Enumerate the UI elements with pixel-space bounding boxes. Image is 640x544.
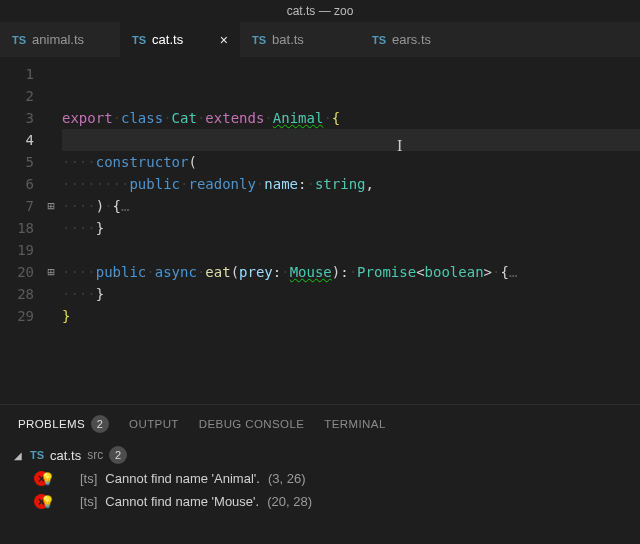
problem-message: Cannot find name 'Mouse'. [105,494,259,509]
problem-message: Cannot find name 'Animal'. [105,471,260,486]
panel-tab-problems[interactable]: PROBLEMS 2 [18,415,109,433]
line-number: 5 [0,151,40,173]
tab-label: cat.ts [152,32,183,47]
panel-tab-terminal[interactable]: TERMINAL [324,415,385,433]
tab-label: bat.ts [272,32,304,47]
ts-icon: TS [12,34,26,46]
problem-item[interactable]: 💡 [ts] Cannot find name 'Mouse'. (20, 28… [10,490,630,513]
lightbulb-icon: 💡 [40,495,55,509]
problem-location: (3, 26) [268,471,306,486]
bottom-panel: PROBLEMS 2 OUTPUT DEBUG CONSOLE TERMINAL… [0,404,640,544]
line-number: 29 [0,305,40,327]
problem-location: (20, 28) [267,494,312,509]
line-number: 2 [0,85,40,107]
tab-bar: TS animal.ts TS cat.ts × TS bat.ts TS ea… [0,22,640,57]
text-cursor-icon: I [397,135,402,157]
ts-icon: TS [372,34,386,46]
ts-icon: TS [252,34,266,46]
tab-cat[interactable]: TS cat.ts × [120,22,240,57]
ts-icon: TS [132,34,146,46]
line-number: 18 [0,217,40,239]
fold-icon[interactable]: ⊞ [40,261,62,283]
panel-tab-debug[interactable]: DEBUG CONSOLE [199,415,305,433]
problems-list: ◢ TS cat.ts src 2 💡 [ts] Cannot find nam… [0,443,640,513]
line-number: 3 [0,107,40,129]
tab-label: animal.ts [32,32,84,47]
line-number: 19 [0,239,40,261]
tab-animal[interactable]: TS animal.ts [0,22,120,57]
fold-icon[interactable]: ⊞ [40,195,62,217]
panel-tab-output[interactable]: OUTPUT [129,415,179,433]
line-number: 7 [0,195,40,217]
problems-file-src: src [87,448,103,462]
problems-file-name: cat.ts [50,448,81,463]
tab-label: ears.ts [392,32,431,47]
close-icon[interactable]: × [220,32,228,48]
line-number: 4 [0,129,40,151]
code-editor[interactable]: 1 2 3 4 5 6 7⊞ 18 19 20⊞ 28 29 export·cl… [0,57,640,404]
problems-file-count: 2 [109,446,127,464]
tab-bat[interactable]: TS bat.ts [240,22,360,57]
panel-tabs: PROBLEMS 2 OUTPUT DEBUG CONSOLE TERMINAL [0,405,640,443]
line-number: 20 [0,261,40,283]
problem-count-badge: 2 [91,415,109,433]
code-area[interactable]: export·class·Cat·extends·Animal·{ ····co… [62,63,640,404]
line-number: 1 [0,63,40,85]
line-number: 6 [0,173,40,195]
ts-icon: TS [30,449,44,461]
line-number: 28 [0,283,40,305]
chevron-down-icon: ◢ [14,450,24,461]
lightbulb-icon: 💡 [40,472,55,486]
problem-prefix: [ts] [80,494,97,509]
problem-prefix: [ts] [80,471,97,486]
gutter: 1 2 3 4 5 6 7⊞ 18 19 20⊞ 28 29 [0,63,62,404]
window-title: cat.ts — zoo [0,0,640,22]
problems-file-row[interactable]: ◢ TS cat.ts src 2 [10,443,630,467]
tab-ears[interactable]: TS ears.ts [360,22,480,57]
problem-item[interactable]: 💡 [ts] Cannot find name 'Animal'. (3, 26… [10,467,630,490]
